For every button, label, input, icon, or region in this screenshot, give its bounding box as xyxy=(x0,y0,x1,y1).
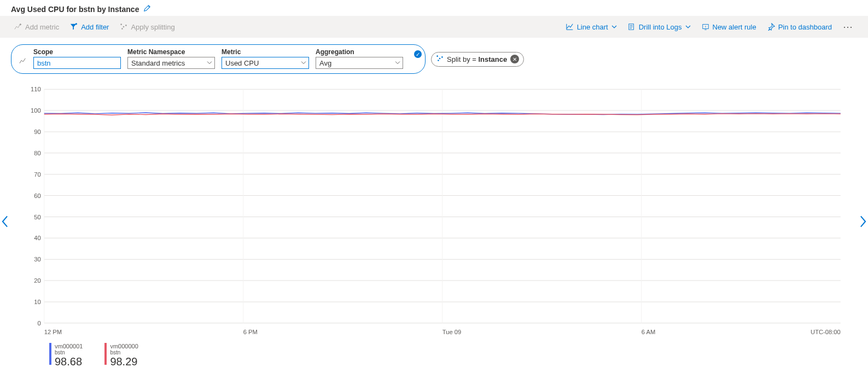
add-metric-icon xyxy=(14,23,22,31)
svg-point-7 xyxy=(439,57,441,59)
chevron-down-icon xyxy=(395,59,400,67)
aggregation-picker[interactable]: Avg xyxy=(316,57,403,69)
aggregation-label: Aggregation xyxy=(316,48,403,56)
logs-icon xyxy=(628,23,636,31)
scatter-icon xyxy=(436,55,444,64)
drill-logs-label: Drill into Logs xyxy=(639,23,682,31)
add-metric-label: Add metric xyxy=(25,23,59,31)
pin-icon xyxy=(767,23,775,31)
scope-value: bstn xyxy=(37,59,51,67)
apply-splitting-button[interactable]: Apply splitting xyxy=(116,21,178,33)
svg-text:60: 60 xyxy=(34,193,40,199)
metric-namespace-label: Metric Namespace xyxy=(127,48,215,56)
page-title: Avg Used CPU for bstn by Instance xyxy=(11,5,139,14)
legend-text: vm000000bstn98.29 xyxy=(110,343,138,368)
svg-point-1 xyxy=(123,26,125,28)
apply-splitting-label: Apply splitting xyxy=(131,23,174,31)
svg-text:70: 70 xyxy=(34,171,40,178)
new-alert-label: New alert rule xyxy=(713,23,756,31)
legend-color-bar xyxy=(104,343,107,365)
split-by-pill[interactable]: Split by = Instance ✕ xyxy=(431,52,524,67)
svg-point-6 xyxy=(436,55,438,57)
svg-point-3 xyxy=(122,28,124,30)
svg-text:UTC-08:00: UTC-08:00 xyxy=(811,329,841,335)
splitting-icon xyxy=(120,23,127,31)
scope-picker[interactable]: bstn xyxy=(33,57,121,69)
chevron-down-icon xyxy=(685,24,691,30)
metric-namespace-value: Standard metrics xyxy=(131,59,185,67)
filter-icon xyxy=(70,23,78,31)
next-time-range-button[interactable] xyxy=(859,215,867,231)
svg-text:30: 30 xyxy=(34,256,40,263)
svg-text:10: 10 xyxy=(34,299,40,305)
svg-text:100: 100 xyxy=(31,107,41,114)
metric-label: Metric xyxy=(222,48,309,56)
add-filter-button[interactable]: Add filter xyxy=(67,21,112,33)
legend-item[interactable]: vm000001bstn98.68 xyxy=(49,343,83,368)
new-alert-button[interactable]: New alert rule xyxy=(698,21,760,33)
svg-point-0 xyxy=(121,24,123,25)
metrics-line-chart: 010203040506070809010011012 PM6 PMTue 09… xyxy=(22,84,846,340)
edit-title-icon[interactable] xyxy=(143,4,151,14)
svg-text:110: 110 xyxy=(31,86,41,92)
svg-point-9 xyxy=(438,60,439,61)
chart-legend: vm000001bstn98.68vm000000bstn98.29 xyxy=(22,340,846,368)
svg-point-2 xyxy=(126,25,127,26)
svg-text:80: 80 xyxy=(34,150,40,156)
metric-series-icon xyxy=(19,57,27,67)
svg-point-8 xyxy=(441,56,443,58)
svg-text:Tue 09: Tue 09 xyxy=(442,329,461,335)
metric-definition-pill: Scope bstn Metric Namespace Standard met… xyxy=(11,44,426,74)
split-by-value: Instance xyxy=(478,55,507,63)
metric-config-row: Scope bstn Metric Namespace Standard met… xyxy=(0,38,868,78)
metric-namespace-picker[interactable]: Standard metrics xyxy=(127,57,215,69)
svg-text:6 AM: 6 AM xyxy=(642,329,656,335)
legend-item[interactable]: vm000000bstn98.29 xyxy=(104,343,138,368)
svg-text:12 PM: 12 PM xyxy=(44,329,62,335)
legend-color-bar xyxy=(49,343,51,365)
line-chart-label: Line chart xyxy=(577,23,608,31)
pin-dashboard-button[interactable]: Pin to dashboard xyxy=(764,21,835,33)
svg-text:6 PM: 6 PM xyxy=(243,329,258,335)
remove-split-icon[interactable]: ✕ xyxy=(510,55,519,63)
svg-text:20: 20 xyxy=(34,277,40,284)
more-actions-button[interactable]: ⋯ xyxy=(840,23,857,31)
svg-text:90: 90 xyxy=(34,129,40,135)
svg-text:40: 40 xyxy=(34,235,40,241)
add-filter-label: Add filter xyxy=(81,23,109,31)
line-chart-button[interactable]: Line chart xyxy=(563,21,620,33)
scope-label: Scope xyxy=(33,48,121,56)
split-by-prefix: Split by = xyxy=(447,55,478,63)
check-icon: ✓ xyxy=(414,50,422,58)
prev-time-range-button[interactable] xyxy=(1,215,9,231)
metric-value: Used CPU xyxy=(225,59,259,67)
chevron-down-icon xyxy=(301,59,306,67)
legend-text: vm000001bstn98.68 xyxy=(55,343,83,368)
chevron-down-icon xyxy=(611,24,617,30)
add-metric-button[interactable]: Add metric xyxy=(11,21,62,33)
svg-text:50: 50 xyxy=(34,214,40,220)
svg-text:0: 0 xyxy=(37,320,40,326)
alert-icon xyxy=(702,23,709,31)
drill-logs-button[interactable]: Drill into Logs xyxy=(625,21,694,33)
toolbar: Add metric Add filter Apply splitting Li… xyxy=(0,16,868,38)
line-chart-icon xyxy=(566,23,574,31)
metric-picker[interactable]: Used CPU xyxy=(222,57,309,69)
pin-dashboard-label: Pin to dashboard xyxy=(778,23,832,31)
aggregation-value: Avg xyxy=(319,59,331,67)
chevron-down-icon xyxy=(207,59,212,67)
